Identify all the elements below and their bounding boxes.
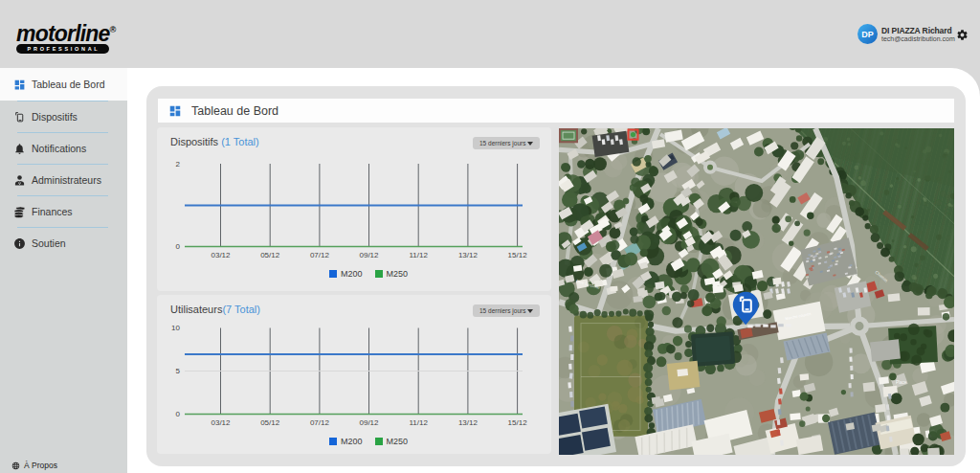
svg-text:11/12: 11/12 (409, 251, 428, 259)
svg-text:13/12: 13/12 (458, 418, 479, 427)
svg-text:03/12: 03/12 (211, 418, 231, 427)
svg-text:09/12: 09/12 (359, 251, 379, 259)
svg-text:05/12: 05/12 (260, 251, 280, 259)
svg-text:11/12: 11/12 (409, 418, 428, 427)
svg-text:2: 2 (176, 160, 181, 169)
svg-text:09/12: 09/12 (359, 418, 379, 427)
svg-text:07/12: 07/12 (310, 251, 330, 259)
svg-text:10: 10 (171, 324, 180, 332)
svg-text:0: 0 (176, 410, 181, 418)
svg-text:5: 5 (176, 367, 181, 375)
svg-text:15/12: 15/12 (508, 418, 528, 427)
svg-text:0: 0 (176, 242, 181, 251)
svg-text:15/12: 15/12 (508, 251, 528, 259)
svg-text:13/12: 13/12 (458, 251, 479, 259)
svg-text:Place: Place (896, 380, 907, 385)
svg-text:05/12: 05/12 (260, 418, 280, 427)
svg-text:07/12: 07/12 (310, 418, 330, 427)
svg-text:03/12: 03/12 (211, 251, 231, 259)
